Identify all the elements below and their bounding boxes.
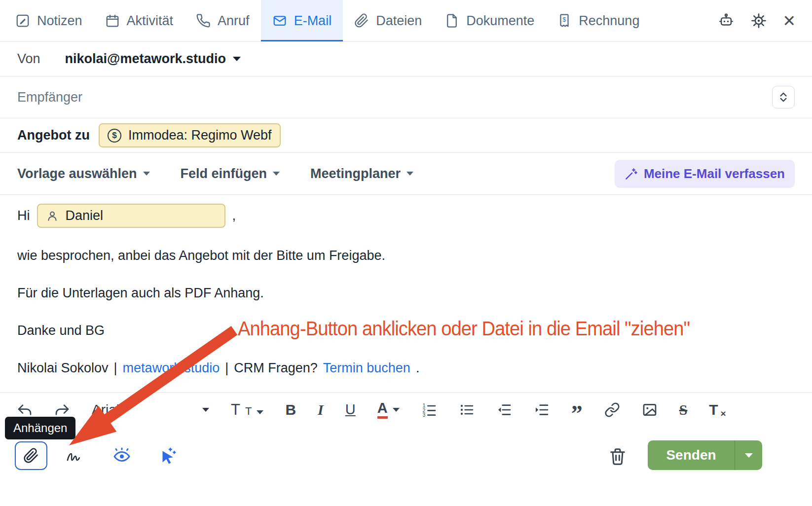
chevron-down-icon — [406, 172, 413, 176]
expand-recipients-button[interactable] — [772, 86, 795, 108]
bullet-list-button[interactable] — [459, 402, 475, 418]
ai-assist-button[interactable] — [151, 441, 184, 470]
paperclip-icon — [23, 448, 39, 464]
redo-button[interactable] — [54, 402, 70, 418]
tab-email-active[interactable]: E-Mail — [261, 0, 343, 41]
from-address-value: nikolai@metawork.studio — [65, 51, 226, 67]
close-icon[interactable]: × — [783, 10, 795, 31]
strikethrough-button[interactable]: S — [679, 401, 688, 418]
ordered-list-icon: 123 — [421, 402, 437, 418]
blockquote-button[interactable]: ” — [571, 400, 583, 419]
redo-icon — [54, 402, 70, 418]
chevron-down-icon — [202, 408, 209, 412]
insert-image-button[interactable] — [642, 402, 658, 418]
chevron-down-icon — [257, 410, 263, 414]
recipient-placeholder: Empfänger — [17, 90, 82, 105]
underline-button[interactable]: U — [345, 401, 356, 418]
bold-button[interactable]: B — [285, 401, 296, 418]
note-icon — [15, 13, 30, 28]
ai-robot-icon[interactable] — [718, 12, 735, 29]
tab-rechnung[interactable]: $ Rechnung — [546, 0, 651, 41]
font-size-icon: T — [231, 402, 240, 417]
document-icon — [444, 13, 459, 28]
attach-tooltip: Anhängen — [5, 417, 75, 439]
magic-cursor-icon — [158, 446, 177, 465]
signature-icon — [66, 447, 87, 464]
recipient-row[interactable]: Empfänger — [0, 76, 812, 118]
magic-wand-icon — [625, 167, 638, 181]
preview-button[interactable] — [106, 441, 138, 470]
deal-chip[interactable]: $ Immodea: Regimo Webf — [99, 123, 281, 147]
clear-formatting-x: × — [721, 408, 726, 419]
svg-text:3: 3 — [422, 412, 425, 418]
tab-label: Anruf — [218, 13, 250, 29]
text-color-button[interactable]: A — [377, 401, 400, 419]
undo-button[interactable] — [17, 402, 33, 418]
person-icon — [46, 210, 59, 222]
clear-formatting-button[interactable]: T × — [709, 401, 725, 418]
clear-formatting-icon: T — [709, 401, 718, 418]
tab-bar: Notizen Aktivität Anruf E-Mail Dateien D… — [0, 0, 812, 42]
composer-footer: Anhängen Senden — [0, 427, 812, 506]
send-options-caret[interactable] — [735, 440, 762, 470]
ai-compose-button[interactable]: Meine E-Mail verfassen — [615, 160, 795, 188]
attach-file-button[interactable] — [15, 441, 47, 470]
chevron-down-icon — [393, 408, 400, 412]
ai-compose-label: Meine E-Mail verfassen — [644, 166, 785, 181]
annotation-text: Anhang-Button anklicken oder Datei in di… — [238, 317, 690, 340]
send-button[interactable]: Senden — [648, 440, 762, 470]
italic-button[interactable]: I — [318, 401, 324, 418]
tab-notizen[interactable]: Notizen — [4, 0, 94, 41]
header-icons: × — [718, 0, 812, 41]
tab-anruf[interactable]: Anruf — [185, 0, 261, 41]
tab-label: Dokumente — [466, 13, 534, 29]
from-address-dropdown[interactable]: nikolai@metawork.studio — [65, 51, 241, 67]
paperclip-icon — [354, 13, 369, 28]
indent-button[interactable] — [534, 402, 550, 418]
signature-link-booking[interactable]: Termin buchen — [323, 361, 410, 376]
svg-text:$: $ — [563, 16, 566, 23]
dropdown-label: Vorlage auswählen — [17, 166, 137, 181]
ordered-list-button[interactable]: 123 — [421, 402, 437, 418]
font-family-select[interactable]: Arial — [92, 402, 209, 418]
recipient-name-chip[interactable]: Daniel — [37, 204, 225, 228]
from-row: Von nikolai@metawork.studio — [0, 42, 812, 76]
tab-label: E-Mail — [294, 13, 332, 29]
gear-icon[interactable] — [750, 12, 767, 29]
chevron-down-icon — [143, 172, 150, 176]
invoice-icon: $ — [557, 13, 572, 28]
body-paragraph: Danke und BG — [17, 323, 105, 338]
tab-label: Dateien — [376, 13, 422, 29]
deal-chip-text: Immodea: Regimo Webf — [128, 128, 272, 143]
signature-line: Nikolai Sokolov | metawork.studio | CRM … — [17, 361, 419, 376]
delete-draft-button[interactable] — [605, 443, 630, 469]
select-template-dropdown[interactable]: Vorlage auswählen — [17, 166, 150, 181]
email-body-editor[interactable]: Hi Daniel , wie besprochen, anbei das An… — [0, 195, 812, 392]
eye-icon — [112, 447, 132, 465]
font-size-select[interactable]: T T — [231, 402, 263, 417]
link-button[interactable] — [604, 402, 620, 418]
body-paragraph: Für die Unterlagen auch als PDF Anhang. — [17, 286, 264, 301]
tab-aktivitaet[interactable]: Aktivität — [94, 0, 185, 41]
body-paragraph: wie besprochen, anbei das Angebot mit de… — [17, 248, 385, 263]
outdent-button[interactable] — [496, 402, 512, 418]
outdent-icon — [496, 402, 512, 418]
meeting-planner-dropdown[interactable]: Meetingplaner — [310, 166, 413, 181]
send-label[interactable]: Senden — [648, 440, 735, 470]
tab-dateien[interactable]: Dateien — [343, 0, 433, 41]
deal-row: Angebot zu $ Immodea: Regimo Webf — [0, 118, 812, 153]
footer-buttons — [15, 441, 184, 470]
signature-link-website[interactable]: metawork.studio — [123, 361, 220, 376]
tab-dokumente[interactable]: Dokumente — [433, 0, 546, 41]
insert-field-dropdown[interactable]: Feld einfügen — [181, 166, 280, 181]
dollar-circle-icon: $ — [108, 129, 121, 143]
from-label: Von — [17, 51, 40, 67]
dropdown-label: Feld einfügen — [181, 166, 267, 181]
signature-name: Nikolai Sokolov — [17, 361, 109, 376]
signature-button[interactable] — [60, 441, 93, 470]
greeting-suffix: , — [232, 208, 236, 223]
greeting-line: Hi Daniel , — [17, 204, 236, 228]
tab-label: Notizen — [37, 13, 82, 29]
text-color-icon: A — [377, 401, 388, 419]
signature-separator: | — [225, 361, 228, 376]
